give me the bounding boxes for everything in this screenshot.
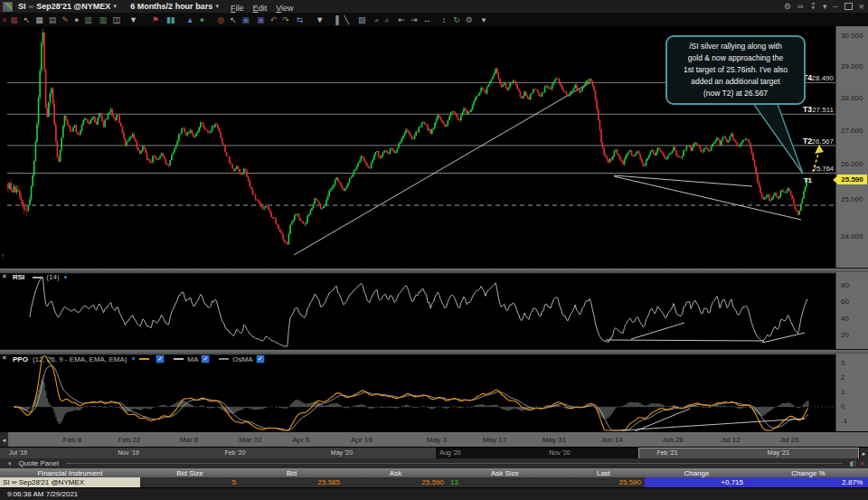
ppo-header: PPO (12, 26, 9 - EMA, EMA, EMA) ▼ ✓MA✓Os… (13, 354, 270, 363)
speaker-icon[interactable]: ◧ (850, 460, 856, 467)
column-header-financial-instrument[interactable]: Financial Instrument (0, 469, 140, 477)
refresh-icon[interactable]: ↻ (453, 14, 460, 25)
layout-dropdown-icon[interactable]: ▼ (129, 14, 137, 25)
jump-end-icon[interactable]: ⇥ (410, 14, 418, 25)
compare-icon[interactable]: ⇆ (297, 14, 304, 25)
rsi-menu-icon[interactable]: ▼ (63, 275, 69, 280)
more-dropdown-icon[interactable]: ▾ (482, 14, 486, 25)
contract-selector[interactable]: Sep28'21 @NYMEX (36, 2, 110, 11)
navigator-label: May '21 (768, 449, 789, 456)
panel-icon[interactable]: ▣ (242, 14, 250, 25)
zoom-in-icon[interactable]: ⌕ (374, 14, 379, 25)
menu-edit[interactable]: Edit (253, 4, 268, 13)
rsi-indicator-panel[interactable] (0, 272, 868, 349)
date-axis-label: Mar 22 (240, 436, 262, 444)
brush-icon[interactable]: ✎ (61, 14, 69, 25)
triangle-up-icon[interactable]: ▲ (186, 14, 194, 25)
tools-dropdown-icon[interactable]: ▼ (316, 14, 324, 25)
close-chart-icon[interactable]: × (2, 14, 6, 25)
chart-style2-icon[interactable]: ▥ (99, 14, 108, 25)
column-header-bid[interactable]: Bid (240, 469, 344, 477)
target-icon[interactable]: ◎ (217, 14, 224, 25)
contract-caret-icon[interactable]: ▼ (112, 4, 118, 9)
annotation-note[interactable]: /SI silver rallying along withgold & now… (665, 35, 806, 105)
rsi-line-swatch (33, 277, 42, 278)
print-icon[interactable]: ▤ (49, 14, 57, 25)
ppo-legend-checkbox[interactable]: ✓ (201, 354, 210, 363)
date-axis-label: May 3 (427, 436, 447, 444)
scroll-up-icon[interactable]: ↑ (1, 253, 5, 260)
bid-cell: 25.585 (240, 477, 344, 487)
split-layout-icon[interactable]: ◫ (112, 14, 120, 25)
svg-text:26.567: 26.567 (812, 137, 835, 146)
trendline-tool-icon[interactable]: ╲ (344, 14, 349, 25)
ppo-legend-swatch (174, 358, 184, 360)
navigator-label: Feb '20 (224, 449, 245, 456)
door-icon[interactable]: ▐ (333, 14, 338, 25)
cursor-tool-icon[interactable]: ↖ (230, 14, 237, 25)
date-axis[interactable]: ◂ Feb 8Feb 22Mar 8Mar 22Apr 5Apr 19May 3… (0, 431, 868, 448)
rsi-close-icon[interactable]: ✕ (2, 273, 7, 279)
svg-text:25.764: 25.764 (813, 165, 834, 173)
ppo-legend-checkbox[interactable]: ✓ (156, 354, 165, 363)
restore-icon[interactable] (844, 3, 853, 10)
ppo-close-icon[interactable]: ✕ (2, 354, 7, 361)
redo-icon[interactable]: ↷ (282, 14, 289, 25)
instrument-cell: SI ∞ Sep28'21 @NYMEX (0, 477, 140, 487)
divider-line (66, 463, 843, 464)
svg-text:28.490: 28.490 (812, 74, 835, 82)
column-header-ask-size[interactable]: Ask Size (448, 469, 562, 477)
menu-view[interactable]: View (276, 4, 293, 13)
volume-bars-icon[interactable]: ▮▮ (166, 14, 175, 25)
drawing-toolbar: ×▦↖▦▤✎●▥▥◫▼⚑▮▮▲●◎↖▣▣↶↷⇆▼▐╲▨⌕⌕⇤⇥↔↕↻⚙▾ (0, 13, 868, 27)
symbol-label[interactable]: SI (18, 2, 26, 11)
circle-icon[interactable]: ● (74, 14, 79, 25)
navigator-label: Feb '21 (656, 449, 677, 456)
settings-tool-icon[interactable]: ⚙ (466, 14, 473, 25)
pin-caret-icon[interactable]: ▾ (823, 2, 827, 11)
column-header-last[interactable]: Last (562, 469, 645, 477)
timeframe-selector[interactable]: 6 Months/2 hour bars (130, 2, 212, 11)
panel-alert-icon[interactable]: ▣ (257, 14, 265, 25)
undo-icon[interactable]: ↶ (270, 14, 278, 25)
date-axis-label: Jul 26 (779, 436, 798, 444)
rsi-label: RSI (13, 273, 24, 281)
timeframe-caret-icon[interactable]: ▼ (214, 4, 220, 9)
ppo-indicator-panel[interactable] (0, 354, 868, 431)
column-header-change-[interactable]: Change % (749, 469, 868, 477)
trading-app-window: { "title_bar": { "symbol": "SI", "contin… (0, 0, 868, 500)
fit-width-icon[interactable]: ↔ (423, 14, 431, 25)
close-icon[interactable]: × (859, 2, 864, 11)
navigator-label: May '20 (331, 449, 353, 456)
date-axis-label: Jun 14 (601, 436, 623, 444)
scroll-left-icon[interactable]: ◂ (0, 432, 8, 448)
green-circle-icon[interactable]: ● (200, 14, 204, 25)
jump-start-icon[interactable]: ⇤ (399, 14, 406, 25)
settings-icon[interactable]: ⚙ (784, 2, 791, 11)
chart-style-icon[interactable]: ▥ (84, 14, 92, 25)
eraser-icon[interactable]: ▨ (358, 14, 366, 25)
history-navigator[interactable]: ▸ Jul '19Nov '19Feb '20May '20Aug '20Nov… (0, 447, 868, 459)
column-header-bid-size[interactable]: Bid Size (140, 469, 240, 477)
menu-file[interactable]: File (231, 4, 244, 13)
column-header-change[interactable]: Change (645, 469, 749, 477)
collapse-caret-icon[interactable]: ▾ (8, 460, 12, 467)
date-axis-label: Jul 12 (721, 436, 740, 444)
ppo-legend-swatch (139, 358, 149, 360)
flag-icon[interactable]: ⚑ (152, 14, 159, 25)
pointer-icon[interactable]: ↖ (24, 14, 31, 25)
date-axis-label: Mar 8 (180, 436, 198, 444)
link-icon[interactable]: ∞ (797, 2, 803, 11)
column-header-ask[interactable]: Ask (344, 469, 448, 477)
pin-icon[interactable]: ↧ (809, 2, 816, 11)
grid-red-icon[interactable]: ▦ (10, 14, 18, 25)
quote-data-row[interactable]: SI ∞ Sep28'21 @NYMEX525.58525.5901325.59… (0, 477, 868, 487)
ppo-legend-checkbox[interactable]: ✓ (256, 354, 265, 363)
zoom-out-icon[interactable]: ⌕ (385, 14, 390, 25)
grid-icon[interactable]: ▦ (35, 14, 43, 25)
window-controls: ⚙∞↧▾–× (778, 2, 864, 11)
svg-text:T3: T3 (803, 105, 812, 114)
fit-height-icon[interactable]: ↕ (442, 14, 447, 25)
minimize-icon[interactable]: – (834, 2, 838, 11)
quote-close-icon[interactable]: × (860, 459, 864, 467)
